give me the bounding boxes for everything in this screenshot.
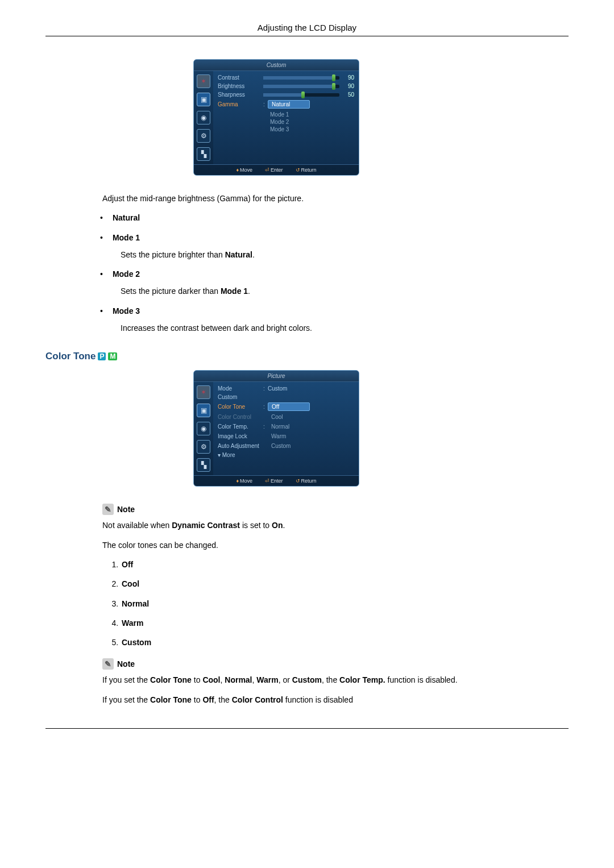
osd2-colortemp: Color Temp.: [218, 423, 263, 430]
gamma-item-mode3: Mode 3: [113, 306, 140, 315]
osd2-autoadj: Auto Adjustment: [218, 443, 263, 449]
note-label: Note: [117, 505, 135, 514]
osd2-colorcontrol: Color Control: [218, 414, 263, 420]
contrast-slider: [263, 76, 339, 80]
picture-icon: ▣: [197, 404, 210, 417]
page-header: Adjusting the LCD Display: [45, 23, 569, 36]
osd-footer: ♦Move ⏎Enter ↺Return: [194, 164, 359, 175]
ct-off: Off: [122, 560, 133, 569]
ct-warm: Warm: [122, 618, 143, 628]
gamma-item-natural: Natural: [113, 213, 140, 222]
note-icon: ✎: [102, 504, 114, 515]
color-tone-heading: Color Tone P M: [45, 351, 569, 362]
osd2-footer: ♦Move ⏎Enter ↺Return: [194, 475, 359, 486]
gamma-label: Gamma: [218, 101, 263, 107]
osd2-mode: Mode: [218, 385, 263, 392]
contrast-value: 90: [343, 74, 354, 81]
ct-intro: The color tones can be changed.: [102, 539, 569, 551]
sharpness-label: Sharpness: [218, 92, 263, 98]
gamma-item-mode1: Mode 1: [113, 233, 140, 242]
osd-picture-menu: Picture ✶ ▣ ◉ ⚙ ▚ Mode:Custom Custom Col…: [193, 370, 359, 487]
badge-p-icon: P: [98, 352, 106, 360]
gamma-option-mode1: Mode 1: [267, 111, 308, 118]
ct-normal: Normal: [122, 599, 149, 608]
gamma-option-natural: Natural: [268, 100, 310, 109]
puzzle-icon: ✶: [197, 74, 210, 88]
gamma-desc-mode3: Increases the contrast between dark and …: [121, 322, 569, 334]
osd2-icon-column: ✶ ▣ ◉ ⚙ ▚: [194, 382, 213, 475]
gamma-desc-mode1: Sets the picture brighter than Natural.: [121, 249, 569, 260]
sharpness-slider: [263, 93, 339, 97]
puzzle-icon: ✶: [197, 385, 210, 399]
osd2-imagelock: Image Lock: [218, 433, 263, 439]
osd2-more: ▾ More: [218, 452, 263, 458]
footer-divider: [45, 728, 569, 729]
osd2-title: Picture: [194, 371, 359, 382]
brightness-value: 90: [343, 83, 354, 89]
brightness-label: Brightness: [218, 83, 263, 89]
note-icon: ✎: [102, 658, 114, 670]
osd-icon-column: ✶ ▣ ◉ ⚙ ▚: [194, 71, 213, 164]
brightness-slider: [263, 85, 339, 88]
gamma-item-mode2: Mode 2: [113, 269, 140, 279]
note2-line2: If you set the Color Tone to Off, the Co…: [102, 694, 569, 705]
multi-icon: ▚: [197, 147, 210, 161]
sound-icon: ◉: [197, 111, 210, 124]
picture-icon: ▣: [197, 93, 210, 106]
gamma-option-mode2: Mode 2: [267, 118, 308, 126]
sound-icon: ◉: [197, 422, 210, 435]
note2-line1: If you set the Color Tone to Cool, Norma…: [102, 674, 569, 686]
gamma-intro: Adjust the mid-range brightness (Gamma) …: [102, 193, 569, 204]
setup-icon: ⚙: [197, 440, 210, 454]
setup-icon: ⚙: [197, 129, 210, 143]
multi-icon: ▚: [197, 458, 210, 472]
badge-m-icon: M: [108, 352, 117, 360]
ct-cool: Cool: [122, 579, 139, 588]
note2-label: Note: [117, 659, 135, 668]
osd2-custom: Custom: [218, 394, 263, 400]
osd-title: Custom: [194, 60, 359, 71]
sharpness-value: 50: [343, 92, 354, 98]
ct-custom: Custom: [122, 638, 151, 647]
gamma-option-mode3: Mode 3: [267, 126, 308, 133]
gamma-desc-mode2: Sets the picture darker than Mode 1.: [121, 285, 569, 297]
osd-custom-menu: Custom ✶ ▣ ◉ ⚙ ▚ Contrast 90 Brigh: [193, 59, 359, 176]
contrast-label: Contrast: [218, 74, 263, 81]
osd2-off: Off: [268, 402, 310, 411]
note1-text: Not available when Dynamic Contrast is s…: [102, 520, 569, 531]
osd2-colortone: Color Tone: [218, 404, 263, 410]
